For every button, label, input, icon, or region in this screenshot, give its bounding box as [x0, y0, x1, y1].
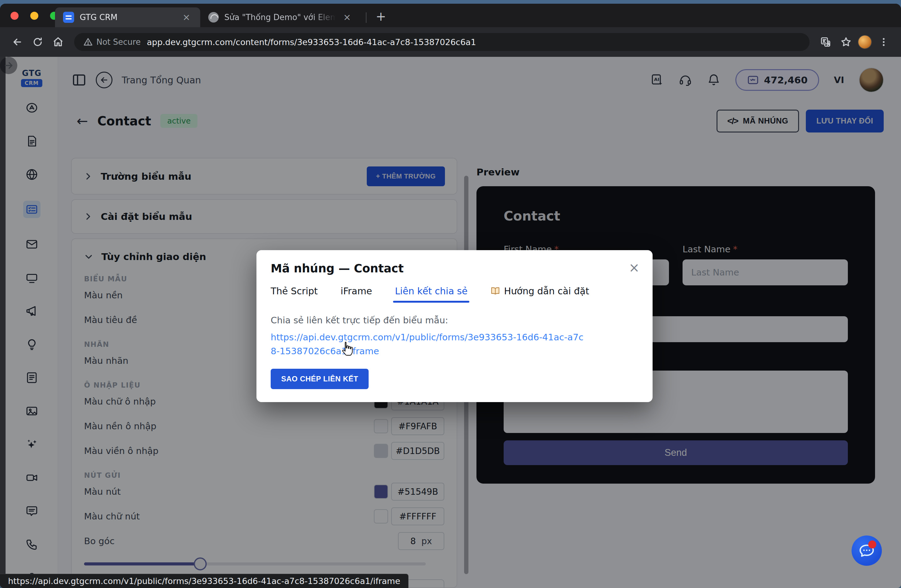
share-description: Chia sẻ liên kết trực tiếp đến biểu mẫu:	[271, 315, 638, 325]
tab-divider	[366, 12, 366, 23]
embed-code-modal: Mã nhúng — Contact × Thẻ Script iFrame L…	[256, 250, 653, 402]
tab-iframe[interactable]: iFrame	[340, 286, 372, 303]
close-tab-icon[interactable]: ×	[341, 12, 353, 23]
bookmark-star-icon[interactable]	[837, 33, 855, 51]
home-icon[interactable]	[50, 33, 67, 51]
tab-title: GTG CRM	[80, 12, 175, 22]
close-tab-icon[interactable]: ×	[181, 12, 192, 23]
url-text[interactable]: app.dev.gtgcrm.com/content/forms/3e93365…	[147, 37, 800, 47]
browser-window: GTG CRM × Sửa "Thống Demo" với Eleme × +	[0, 4, 901, 588]
browser-titlebar: GTG CRM × Sửa "Thống Demo" với Eleme × +	[0, 4, 901, 27]
desktop-background: GTG CRM × Sửa "Thống Demo" với Eleme × +	[0, 0, 901, 588]
warning-icon	[83, 37, 93, 47]
gtg-crm-favicon	[63, 12, 74, 23]
address-bar[interactable]: Not Secure app.dev.gtgcrm.com/content/fo…	[74, 33, 809, 51]
tab-share-link[interactable]: Liên kết chia sẻ	[395, 286, 468, 303]
close-icon[interactable]: ×	[629, 261, 640, 274]
mouse-cursor-hand	[339, 340, 355, 359]
tab-title: Sửa "Thống Demo" với Eleme	[224, 12, 336, 22]
tab-install-guide[interactable]: Hướng dẫn cài đặt	[490, 286, 589, 303]
book-icon	[490, 286, 500, 296]
back-icon[interactable]	[9, 33, 26, 51]
tab-elementor[interactable]: Sửa "Thống Demo" với Eleme ×	[200, 8, 361, 27]
chat-fab-button[interactable]	[851, 535, 882, 566]
modal-title: Mã nhúng — Contact	[271, 262, 638, 275]
wordpress-favicon	[208, 12, 219, 23]
minimize-window-button[interactable]	[30, 12, 38, 20]
reload-icon[interactable]	[29, 33, 46, 51]
browser-toolbar: Not Secure app.dev.gtgcrm.com/content/fo…	[0, 27, 901, 57]
browser-status-tooltip: https://api.dev.gtgcrm.com/v1/public/for…	[0, 574, 408, 588]
tab-gtg-crm[interactable]: GTG CRM ×	[55, 8, 200, 27]
browser-profile-avatar[interactable]	[858, 35, 872, 49]
close-window-button[interactable]	[11, 12, 19, 20]
translate-icon[interactable]	[817, 33, 834, 51]
new-tab-button[interactable]: +	[371, 9, 391, 23]
copy-link-button[interactable]: SAO CHÉP LIÊN KẾT	[271, 369, 369, 389]
not-secure-chip[interactable]: Not Secure	[83, 37, 140, 47]
tab-script[interactable]: Thẻ Script	[271, 286, 318, 303]
browser-menu-icon[interactable]	[875, 33, 892, 51]
share-link[interactable]: https://api.dev.gtgcrm.com/v1/public/for…	[271, 330, 586, 358]
notification-dot	[868, 540, 876, 549]
